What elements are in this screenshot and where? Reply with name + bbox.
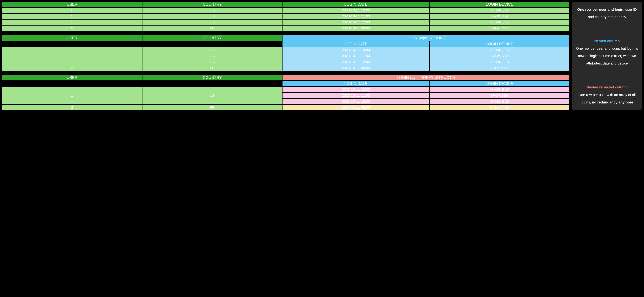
cell-country: US bbox=[142, 59, 282, 65]
cell-login-device: BROWSER bbox=[430, 53, 570, 59]
cell-user: 1 bbox=[2, 53, 142, 59]
col-subheader-login-device: LOGIN DEVICE bbox=[430, 41, 570, 47]
col-header-login-date: LOGIN DATE bbox=[282, 2, 429, 7]
cell-login-date: 2023-10-11 10:00 bbox=[282, 47, 429, 53]
cell-user: 1 bbox=[2, 8, 142, 13]
col-header-country: COUNTRY bbox=[142, 2, 282, 7]
caption-struct-body: One row per user and login, but login is… bbox=[576, 45, 638, 67]
cell-login-date: 2023-10-11 10:00 bbox=[282, 8, 429, 13]
caption-struct-title: Nested column bbox=[576, 37, 638, 45]
cell-country: US bbox=[142, 20, 282, 25]
table-array-struct: USER COUNTRY LOGIN (type: ARRAY<STRUCT>)… bbox=[2, 75, 570, 110]
cell-user: 1 bbox=[2, 59, 142, 65]
cell-login-date: 2023-10-11 12:00 bbox=[282, 59, 429, 65]
cell-login-device: BROWSER bbox=[430, 14, 570, 19]
empty-cell bbox=[142, 81, 282, 86]
col-header-login-struct: LOGIN (type: STRUCT) bbox=[282, 35, 570, 41]
cell-country: US bbox=[142, 87, 282, 104]
cell-login-date: 2023-10-11 11:00 bbox=[282, 14, 429, 19]
caption-array-body-bold: no redundancy anymore bbox=[592, 100, 633, 104]
cell-login-date: 2023-10-11 11:00 bbox=[282, 53, 429, 59]
caption-array-title: Nested repeated column bbox=[576, 84, 638, 91]
cell-login-device: IPHONE 15 bbox=[430, 59, 570, 65]
cell-country: FR bbox=[142, 26, 282, 31]
caption-flat: One row per user and login, user ID and … bbox=[576, 6, 638, 21]
cell-user: 1 bbox=[2, 87, 142, 104]
col-header-user: USER bbox=[2, 2, 142, 7]
caption-struct: Nested column One row per user and login… bbox=[576, 37, 638, 67]
cell-login-device: IPHONE 15 bbox=[430, 8, 570, 13]
cell-country: US bbox=[142, 53, 282, 59]
cell-login-date: 2023-10-11 11:00 bbox=[282, 93, 429, 98]
cell-login-date: 2023-10-11 12:00 bbox=[282, 99, 429, 104]
caption-flat-bold: One row per user and login bbox=[577, 8, 623, 12]
cell-user: 1 bbox=[2, 47, 142, 53]
col-header-login-device: LOGIN DEVICE bbox=[430, 2, 570, 7]
col-header-user: USER bbox=[2, 75, 142, 80]
table-flat: USER COUNTRY LOGIN DATE LOGIN DEVICE 1 U… bbox=[2, 2, 570, 31]
col-header-country: COUNTRY bbox=[142, 75, 282, 80]
cell-country: US bbox=[142, 8, 282, 13]
cell-country: FR bbox=[142, 65, 282, 71]
cell-country: US bbox=[142, 47, 282, 53]
cell-login-device: BROWSER bbox=[430, 93, 570, 98]
cell-user: 2 bbox=[2, 105, 142, 110]
caption-array: Nested repeated column One row per user … bbox=[576, 84, 638, 106]
cell-country: FR bbox=[142, 105, 282, 110]
cell-login-device: IPHONE 15 bbox=[430, 87, 570, 92]
col-header-country: COUNTRY bbox=[142, 35, 282, 41]
cell-login-device: IPHONE 15 bbox=[430, 99, 570, 104]
col-header-login-array-struct: LOGIN (type: ARRAY<STRUCT>) bbox=[282, 75, 570, 80]
empty-cell bbox=[142, 41, 282, 47]
empty-cell bbox=[2, 81, 142, 86]
captions-panel: One row per user and login, user ID and … bbox=[572, 2, 642, 110]
cell-login-date: 2023-10-11 08:00 bbox=[282, 26, 429, 31]
cell-login-date: 2023-10-11 12:00 bbox=[282, 20, 429, 25]
cell-user: 2 bbox=[2, 26, 142, 31]
col-subheader-login-date: LOGIN DATE bbox=[282, 81, 429, 86]
cell-user: 1 bbox=[2, 20, 142, 25]
col-subheader-login-device: LOGIN DEVICE bbox=[430, 81, 570, 86]
caption-array-body: One row per user with an array of all lo… bbox=[576, 91, 638, 106]
cell-user: 2 bbox=[2, 65, 142, 71]
cell-user: 1 bbox=[2, 14, 142, 19]
cell-login-device: GALAXY S3 bbox=[430, 65, 570, 71]
col-subheader-login-date: LOGIN DATE bbox=[282, 41, 429, 47]
cell-login-device: GALAXY S3 bbox=[430, 105, 570, 110]
cell-country: US bbox=[142, 14, 282, 19]
cell-login-date: 2023-10-11 08:00 bbox=[282, 105, 429, 110]
cell-login-device: GALAXY S3 bbox=[430, 26, 570, 31]
empty-cell bbox=[2, 41, 142, 47]
col-header-user: USER bbox=[2, 35, 142, 41]
table-struct: USER COUNTRY LOGIN (type: STRUCT) LOGIN … bbox=[2, 35, 570, 71]
cell-login-device: IPHONE 15 bbox=[430, 20, 570, 25]
cell-login-device: IPHONE 15 bbox=[430, 47, 570, 53]
cell-login-date: 2023-10-11 08:00 bbox=[282, 65, 429, 71]
cell-login-date: 2023-10-11 10:00 bbox=[282, 87, 429, 92]
